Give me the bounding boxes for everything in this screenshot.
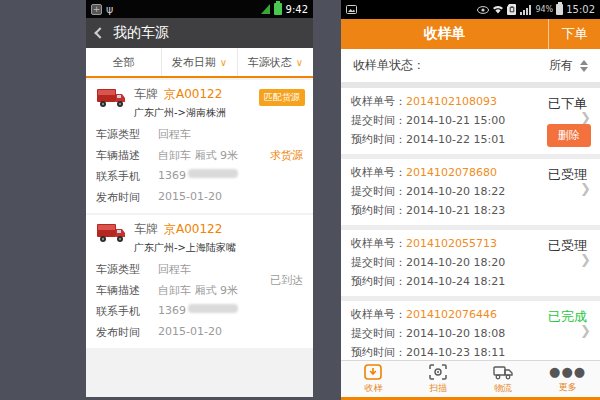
order-number: 2014102078680: [406, 166, 497, 179]
page-title: 收样单: [341, 25, 548, 43]
filter-publish-date[interactable]: 发布日期 ∨: [162, 48, 238, 76]
battery-icon: [274, 3, 282, 15]
redacted-phone: [188, 169, 238, 178]
filter-all[interactable]: 全部: [86, 48, 162, 76]
sdcard-icon: [507, 4, 517, 15]
status-filter-row: 收样单状态： 所有: [341, 49, 600, 82]
redacted-phone: [188, 304, 238, 313]
order-row[interactable]: 收样单号：2014102078680 提交时间：2014-10-20 18:22…: [341, 159, 600, 225]
signal-icon: [261, 4, 270, 14]
tab-more[interactable]: ●●● 更多: [535, 361, 600, 397]
route-text: 广东广州->湖南株洲: [134, 106, 226, 120]
submit-time: 2014-10-21 15:00: [406, 114, 505, 127]
inbox-arrow-icon: [364, 364, 382, 380]
order-row[interactable]: 收样单号：2014102076446 提交时间：2014-10-20 18:08…: [341, 301, 600, 367]
detail-row: 发布时间 2015-01-20: [96, 325, 303, 340]
chevron-right-icon[interactable]: ❯: [580, 252, 591, 267]
left-app-header: 我的车源: [86, 18, 313, 48]
usb-icon: ψ: [106, 3, 113, 16]
spinner-arrows-icon[interactable]: [580, 60, 588, 72]
submit-time: 2014-10-20 18:08: [406, 327, 505, 340]
detail-row: 联系手机 1369: [96, 169, 303, 184]
detail-row: 车源类型 回程车: [96, 127, 303, 142]
delete-button[interactable]: 删除: [547, 124, 591, 147]
plate-number: 京A00122: [164, 222, 222, 236]
plate-line: 车牌京A00122: [134, 221, 236, 238]
order-row[interactable]: 收样单号：2014102108093 提交时间：2014-10-21 15:00…: [341, 88, 600, 154]
match-cargo-button[interactable]: 匹配货源: [259, 89, 305, 106]
detail-row: 联系手机 1369: [96, 304, 303, 319]
filter-bar: 全部 发布日期 ∨ 车源状态 ∨: [86, 48, 313, 78]
back-icon[interactable]: [94, 27, 105, 38]
left-status-bar: + ψ 9:42: [86, 0, 313, 18]
truck-image: [96, 222, 126, 244]
page-title: 我的车源: [113, 24, 169, 42]
bottom-tab-bar: 收样 扫描 物流 ●●● 更多: [341, 360, 600, 400]
order-row[interactable]: 收样单号：2014102055713 提交时间：2014-10-20 18:20…: [341, 230, 600, 296]
tab-logistics[interactable]: 物流: [471, 361, 536, 397]
wifi-icon: [492, 5, 504, 15]
chevron-right-icon[interactable]: ❯: [580, 110, 591, 125]
tab-scan[interactable]: 扫描: [406, 361, 471, 397]
route-text: 广东广州->上海陆家嘴: [134, 241, 236, 255]
chevron-right-icon[interactable]: ❯: [580, 323, 591, 338]
plate-line: 车牌京A00122: [134, 86, 226, 103]
filter-label: 收样单状态：: [353, 57, 425, 74]
submit-time: 2014-10-20 18:20: [406, 256, 505, 269]
appoint-time: 2014-10-22 15:01: [406, 133, 505, 146]
screenshot-icon: [346, 5, 357, 14]
right-app-header: 收样单 下单: [341, 19, 600, 49]
scan-icon: [429, 364, 447, 380]
battery-icon: [556, 4, 563, 15]
plate-number: 京A00122: [164, 87, 222, 101]
more-icon: ●●●: [549, 365, 586, 379]
tab-sample-receive[interactable]: 收样: [341, 361, 406, 397]
listing-details: 车源类型 回程车 车辆描述 自卸车 厢式 9米 联系手机 1369 发布时间 2…: [96, 127, 303, 205]
signal-icon: [520, 5, 532, 15]
clock-time: 9:42: [286, 4, 308, 15]
chevron-down-icon: ∨: [296, 57, 303, 68]
vehicle-listing[interactable]: 车牌京A00122 广东广州->上海陆家嘴 车源类型 回程车 车辆描述 自卸车 …: [86, 215, 313, 348]
listing-head: 车牌京A00122 广东广州->上海陆家嘴: [96, 221, 303, 255]
detail-row: 发布时间 2015-01-20: [96, 190, 303, 205]
eye-icon: [477, 6, 489, 14]
clock-time: 15:02: [566, 4, 595, 15]
chevron-right-icon[interactable]: ❯: [580, 181, 591, 196]
order-number: 2014102055713: [406, 237, 497, 250]
vehicle-listing[interactable]: 车牌京A00122 广东广州->湖南株洲 匹配货源 车源类型 回程车 车辆描述 …: [86, 80, 313, 213]
plate-label: 车牌: [134, 87, 158, 101]
order-number: 2014102076446: [406, 308, 497, 321]
truck-icon: [493, 364, 513, 380]
appoint-time: 2014-10-21 18:23: [406, 204, 505, 217]
status-arrived: 已到达: [270, 273, 303, 288]
filter-vehicle-status[interactable]: 车源状态 ∨: [238, 48, 313, 76]
order-number: 2014102108093: [406, 95, 497, 108]
appoint-time: 2014-10-23 18:11: [406, 346, 505, 359]
plate-label: 车牌: [134, 222, 158, 236]
appoint-time: 2014-10-24 18:21: [406, 275, 505, 288]
submit-time: 2014-10-20 18:22: [406, 185, 505, 198]
notification-icon: +: [91, 4, 102, 15]
place-order-button[interactable]: 下单: [548, 19, 600, 49]
filter-value[interactable]: 所有: [549, 57, 573, 74]
right-status-bar: 94% 15:02: [341, 0, 600, 19]
right-phone-screenshot: 94% 15:02 收样单 下单 收样单状态： 所有 收样单号：20141021…: [341, 0, 600, 400]
left-phone-screenshot: + ψ 9:42 我的车源 全部 发布日期 ∨ 车源状态 ∨: [86, 0, 313, 397]
battery-percent: 94%: [535, 5, 553, 14]
status-seeking-cargo[interactable]: 求货源: [270, 148, 303, 163]
truck-image: [96, 87, 126, 109]
chevron-down-icon: ∨: [220, 57, 227, 68]
